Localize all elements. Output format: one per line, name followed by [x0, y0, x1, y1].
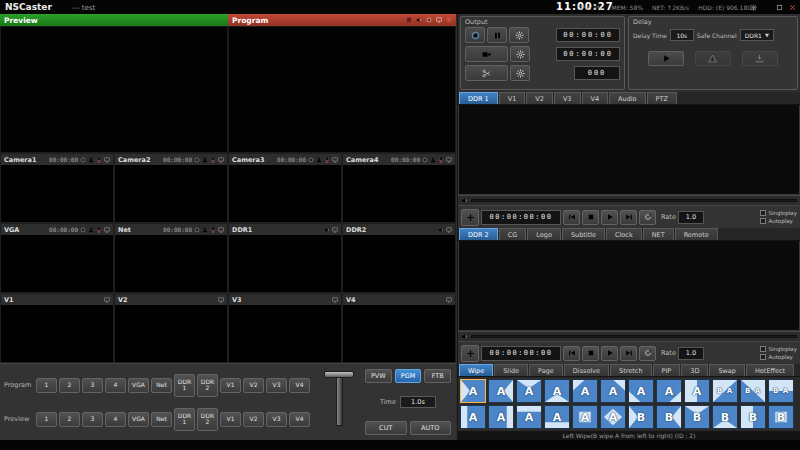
source-thumbnail[interactable]: [343, 305, 455, 362]
person-icon[interactable]: [430, 157, 436, 163]
transition-tile[interactable]: B: [712, 405, 738, 429]
ftb-button[interactable]: FTB: [424, 369, 451, 383]
source-thumbnail[interactable]: [229, 165, 341, 222]
program-bus-ddr1[interactable]: DDR 1: [174, 374, 195, 397]
transition-tile[interactable]: B: [628, 405, 654, 429]
rate-input[interactable]: 1.0: [678, 211, 704, 224]
source-thumbnail[interactable]: [115, 165, 227, 222]
transition-tile[interactable]: A: [572, 379, 598, 403]
volume-track[interactable]: [471, 199, 797, 202]
preview-bus-3[interactable]: 3: [82, 412, 103, 427]
tab-audio[interactable]: Audio: [609, 92, 645, 104]
play-button[interactable]: [601, 210, 618, 225]
add-media-button[interactable]: [461, 345, 479, 362]
pvw-button[interactable]: PVW: [365, 369, 392, 383]
monitor-icon[interactable]: [446, 157, 452, 163]
monitor-icon[interactable]: [104, 157, 110, 163]
source-thumbnail[interactable]: [1, 305, 113, 362]
tab-stretch[interactable]: Stretch: [610, 364, 651, 376]
monitor-icon[interactable]: [332, 157, 338, 163]
source-cell-camera3[interactable]: Camera3 00:00:00: [228, 153, 342, 223]
monitor-icon[interactable]: [218, 157, 224, 163]
source-cell-camera2[interactable]: Camera2 00:00:00: [114, 153, 228, 223]
person-icon[interactable]: [202, 157, 208, 163]
cut-button[interactable]: CUT: [365, 421, 407, 435]
transition-tile[interactable]: B: [656, 405, 682, 429]
monitor-icon[interactable]: [104, 227, 110, 233]
target-icon[interactable]: [194, 157, 200, 163]
target-icon[interactable]: [80, 227, 86, 233]
program-bus-v3[interactable]: V3: [266, 378, 287, 393]
transition-tile[interactable]: B A: [768, 379, 794, 403]
preview-bus-ddr1[interactable]: DDR 1: [174, 408, 195, 431]
mic-icon[interactable]: [96, 157, 102, 163]
settings-button[interactable]: [748, 2, 758, 12]
source-cell-ddr1[interactable]: DDR1: [228, 223, 342, 293]
target-icon[interactable]: [426, 17, 432, 23]
source-thumbnail[interactable]: [343, 165, 455, 222]
ddr1-playlist[interactable]: [458, 105, 800, 195]
clip-button[interactable]: [465, 65, 508, 81]
add-media-button[interactable]: [461, 209, 479, 226]
next-button[interactable]: [620, 346, 637, 361]
source-thumbnail[interactable]: [1, 165, 113, 222]
mic-icon[interactable]: [210, 227, 216, 233]
target-icon[interactable]: [308, 157, 314, 163]
source-cell-ddr2[interactable]: DDR2: [342, 223, 456, 293]
preview-bus-ddr2[interactable]: DDR 2: [197, 408, 218, 431]
time-value[interactable]: 1.0s: [400, 396, 436, 408]
preview-monitor[interactable]: [0, 26, 228, 153]
tab-logo[interactable]: Logo: [527, 228, 561, 240]
close-button[interactable]: [787, 2, 797, 12]
singleplay-checkbox[interactable]: Singleplay: [760, 346, 797, 352]
monitor-icon[interactable]: [104, 297, 110, 303]
tab-ddr1[interactable]: DDR 1: [459, 92, 498, 104]
program-monitor[interactable]: [228, 26, 456, 153]
delay-time-input[interactable]: 10s: [670, 29, 694, 41]
rate-input[interactable]: 1.0: [678, 347, 704, 360]
tab-subtitle[interactable]: Subtitle: [562, 228, 605, 240]
tab-v1[interactable]: V1: [499, 92, 526, 104]
preview-bus-v2[interactable]: V2: [243, 412, 264, 427]
tab-pip[interactable]: PIP: [653, 364, 681, 376]
monitor-icon[interactable]: [218, 297, 224, 303]
record-button[interactable]: [465, 27, 485, 43]
autoplay-checkbox[interactable]: Autoplay: [760, 218, 797, 224]
monitor-icon[interactable]: [446, 227, 452, 233]
record-gear-icon[interactable]: [446, 17, 452, 23]
play-button[interactable]: [601, 346, 618, 361]
source-cell-v4[interactable]: V4: [342, 293, 456, 363]
mic-icon[interactable]: [210, 157, 216, 163]
tab-ddr2[interactable]: DDR 2: [459, 228, 498, 240]
program-bus-ddr2[interactable]: DDR 2: [197, 374, 218, 397]
source-cell-net[interactable]: Net 00:00:00: [114, 223, 228, 293]
mic-icon[interactable]: [324, 157, 330, 163]
program-bus-4[interactable]: 4: [105, 378, 126, 393]
delay-warning-button[interactable]: [695, 51, 731, 66]
loop-button[interactable]: [639, 346, 656, 361]
monitor-icon[interactable]: [436, 17, 442, 23]
prev-button[interactable]: [563, 346, 580, 361]
tab-ptz[interactable]: PTZ: [647, 92, 677, 104]
source-cell-v1[interactable]: V1: [0, 293, 114, 363]
loop-button[interactable]: [639, 210, 656, 225]
tab-v3[interactable]: V3: [554, 92, 581, 104]
tab-swap[interactable]: Swap: [709, 364, 745, 376]
speaker-icon[interactable]: [324, 227, 330, 233]
preview-bus-v4[interactable]: V4: [289, 412, 310, 427]
tab-v4[interactable]: V4: [582, 92, 609, 104]
auto-button[interactable]: AUTO: [410, 421, 452, 435]
autoplay-checkbox[interactable]: Autoplay: [760, 354, 797, 360]
delay-download-button[interactable]: [742, 51, 778, 66]
transition-tile[interactable]: A: [544, 379, 570, 403]
next-button[interactable]: [620, 210, 637, 225]
delay-play-button[interactable]: [648, 51, 684, 66]
person-icon[interactable]: [202, 227, 208, 233]
safe-channel-select[interactable]: DDR1 ▼: [740, 29, 774, 41]
transition-tile[interactable]: A: [516, 405, 542, 429]
program-bus-vga[interactable]: VGA: [128, 378, 149, 393]
speaker-icon[interactable]: [461, 197, 468, 204]
tab-clock[interactable]: Clock: [606, 228, 642, 240]
source-cell-camera1[interactable]: Camera1 00:00:00: [0, 153, 114, 223]
transition-tile[interactable]: A: [460, 379, 486, 403]
